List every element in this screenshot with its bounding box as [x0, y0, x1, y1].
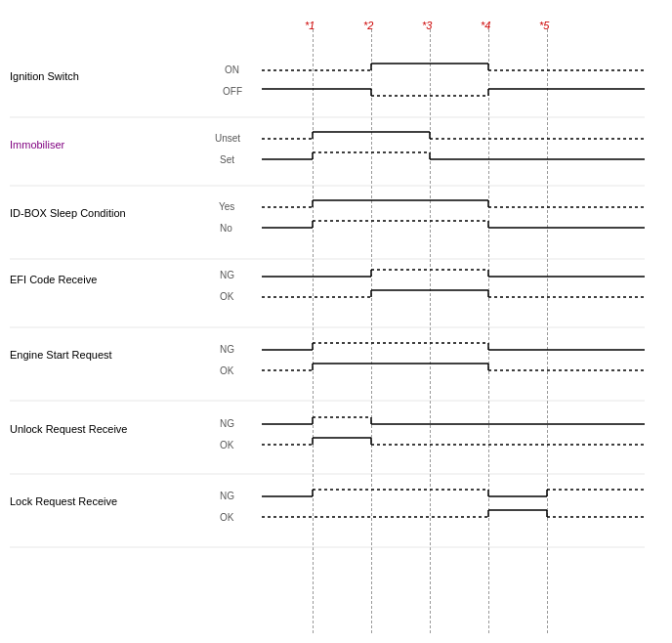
- immobiliser-label: Immobiliser: [10, 139, 65, 150]
- lock-ok-label: OK: [220, 512, 234, 523]
- efi-label: EFI Code Receive: [10, 274, 97, 285]
- engine-ok-label: OK: [220, 365, 234, 376]
- idbox-label: ID-BOX Sleep Condition: [10, 207, 126, 219]
- ignition-off-label: OFF: [223, 86, 242, 97]
- efi-ok-label: OK: [220, 291, 234, 302]
- idbox-yes-label: Yes: [219, 201, 234, 212]
- lock-ng-label: NG: [220, 491, 234, 501]
- unlock-label: Unlock Request Receive: [10, 423, 127, 435]
- ignition-switch-label: Ignition Switch: [10, 70, 79, 82]
- diagram-container: *1 *2 *3 *4 *5 Ignition Switch ON OFF: [0, 0, 672, 643]
- waveform-svg: Ignition Switch ON OFF Immobiliser Unset…: [0, 0, 672, 643]
- engine-ng-label: NG: [220, 344, 234, 355]
- idbox-no-label: No: [220, 223, 232, 234]
- immob-set-label: Set: [220, 154, 234, 165]
- immob-unset-label: Unset: [215, 133, 240, 144]
- ignition-on-label: ON: [225, 64, 239, 75]
- efi-ng-label: NG: [220, 270, 234, 280]
- engine-start-label: Engine Start Request: [10, 349, 112, 361]
- lock-label: Lock Request Receive: [10, 495, 117, 507]
- unlock-ng-label: NG: [220, 418, 234, 429]
- unlock-ok-label: OK: [220, 440, 234, 450]
